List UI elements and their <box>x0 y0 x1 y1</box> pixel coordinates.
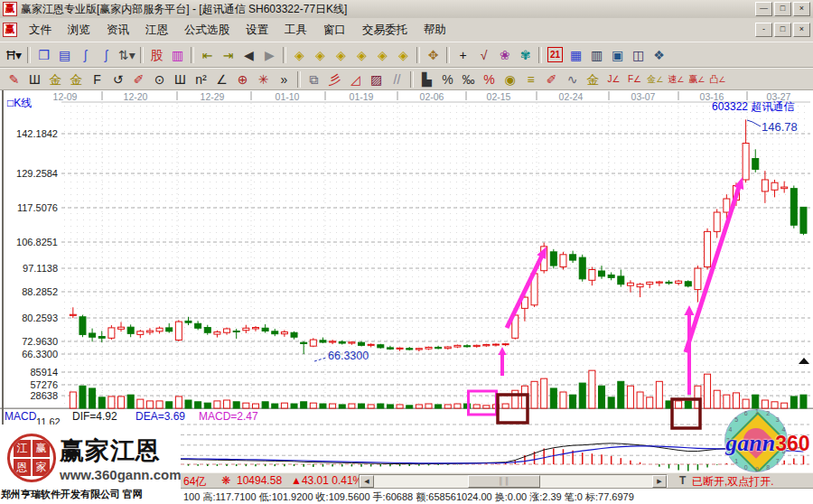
percent-red-icon[interactable]: % <box>479 70 500 89</box>
crosshair-icon[interactable]: + <box>453 45 473 65</box>
speed-line-icon[interactable]: 速∠ <box>666 70 687 89</box>
fractal-icon[interactable]: ✾ <box>515 45 536 65</box>
scroll-thumb[interactable]: ║║ <box>468 475 540 488</box>
comb2-icon[interactable]: Ш <box>170 70 191 89</box>
percent-frame-icon[interactable]: % <box>437 70 458 89</box>
menu-浏览[interactable]: 浏览 <box>60 23 98 38</box>
paint-bars-icon[interactable]: ▥ <box>167 45 188 65</box>
gann-compress-v-icon[interactable]: ◈ <box>393 45 414 65</box>
cycle-dropdown[interactable]: ⇅▾ <box>117 45 137 65</box>
comb-icon[interactable]: Ш <box>24 70 45 89</box>
angle-icon[interactable]: ∠ <box>211 70 232 89</box>
gann360-text: gann <box>725 430 775 456</box>
gold-levels-icon[interactable]: ≡ <box>520 70 541 89</box>
gold-grid-b-icon[interactable]: 金 <box>66 70 87 89</box>
rocket-pen-icon[interactable]: ✐ <box>128 70 149 89</box>
gann-box-icon[interactable]: ❀ <box>494 45 515 65</box>
first-page-icon[interactable]: ⇤ <box>197 45 218 65</box>
time-circle-icon[interactable]: ⊙ <box>149 70 170 89</box>
monitor-icon[interactable]: ▣ <box>607 45 628 65</box>
menu-logo-icon: 赢 <box>3 23 17 37</box>
menu-江恩[interactable]: 江恩 <box>137 23 176 38</box>
gann360-rim-digit: 5 <box>734 416 738 423</box>
shade-grid-icon[interactable]: ▨ <box>366 70 387 89</box>
save-media-icon[interactable]: ◫ <box>628 45 649 65</box>
box-frame-icon[interactable]: ⧉ <box>304 70 324 89</box>
menu-工具[interactable]: 工具 <box>276 23 315 38</box>
scroll-right-button[interactable]: ▶ <box>652 475 667 488</box>
report-icon[interactable]: ▤ <box>54 45 75 65</box>
macd-pane-title: MACD <box>5 410 36 423</box>
window-maximize-button[interactable]: □ <box>774 2 791 16</box>
high-price-label: 146.78 <box>762 120 798 134</box>
wave-b-icon[interactable]: ʃ <box>96 45 117 65</box>
menu-资讯[interactable]: 资讯 <box>98 23 137 38</box>
menu-公式选股[interactable]: 公式选股 <box>176 23 238 38</box>
menu-窗口[interactable]: 窗口 <box>315 23 354 38</box>
gann360-rim-digit: 3 <box>776 416 780 423</box>
star-burst-icon[interactable]: ✳ <box>253 70 274 89</box>
f-line-icon[interactable]: F∠ <box>624 70 645 89</box>
gann-compress-h-icon[interactable]: ◈ <box>351 45 372 65</box>
scroll-left-button[interactable]: ◀ <box>360 475 374 488</box>
rays-icon[interactable]: 彡 <box>324 70 345 89</box>
wave-line-icon[interactable]: ∿ <box>562 70 583 89</box>
stock-pick-icon[interactable]: 股 <box>146 45 167 65</box>
prev-page-icon[interactable]: ◀ <box>238 45 259 65</box>
child-maximize-button[interactable]: □ <box>774 23 791 37</box>
tu-line-icon[interactable]: 凸∠ <box>707 70 728 89</box>
more-tools-button[interactable]: » <box>274 70 294 89</box>
next-page-icon[interactable]: ▶ <box>259 45 280 65</box>
gann-expand-h-icon[interactable]: ◈ <box>331 45 351 65</box>
child-minimize-button[interactable]: - <box>755 23 772 37</box>
calendar-icon[interactable]: 21 <box>545 45 565 65</box>
sz-index-icon: ❋ <box>221 474 230 487</box>
window-minimize-button[interactable]: — <box>755 2 772 16</box>
kline-toggle[interactable]: □K线 <box>7 96 32 111</box>
order-cart-icon[interactable]: ❖ <box>649 45 669 65</box>
wave-a-icon[interactable]: ʃ <box>75 45 96 65</box>
measure-icon[interactable]: √ <box>473 45 494 65</box>
compass-icon[interactable]: ⊕ <box>232 70 253 89</box>
gann-toolbar: ✎Ш金金F↺✐⊙Шn²∠⊕✳»⧉彡◿▨//▙%‰%◉≡✐∿金J∠F∠金∠速∠赢∠… <box>0 68 813 90</box>
app-window: 赢 赢家江恩专业版[赢家内部服务平台] - [超讯通信 SH603322-77日… <box>0 0 813 504</box>
date-axis-label: 02-15 <box>487 91 511 102</box>
menu-文件[interactable]: 文件 <box>21 23 60 38</box>
parallel-icon[interactable]: // <box>387 70 407 89</box>
toolbar-separator <box>410 71 414 88</box>
child-close-button[interactable]: × <box>793 23 810 37</box>
toolbar-separator <box>191 47 194 63</box>
menu-帮助[interactable]: 帮助 <box>416 23 454 38</box>
market-window-icon[interactable]: ❒ <box>33 45 54 65</box>
hand-tool-icon[interactable]: ✥ <box>423 45 444 65</box>
j-line-icon[interactable]: J∠ <box>603 70 624 89</box>
menu-交易委托[interactable]: 交易委托 <box>354 23 416 38</box>
menu-设置[interactable]: 设置 <box>238 23 276 38</box>
last-page-icon[interactable]: ⇥ <box>218 45 238 65</box>
seal-char: 家 <box>33 459 50 476</box>
horizontal-scrollbar[interactable]: ◀ ║║ ▶ <box>359 474 668 489</box>
f-grid-icon[interactable]: F <box>87 70 107 89</box>
gold-line2-icon[interactable]: 金∠ <box>645 70 666 89</box>
gann-expand-v-icon[interactable]: ◈ <box>372 45 393 65</box>
gann-zoom-in-icon[interactable]: ◈ <box>310 45 331 65</box>
gann-zoom-out-icon[interactable]: ◈ <box>289 45 310 65</box>
n2-icon[interactable]: n² <box>191 70 211 89</box>
fan-icon[interactable]: ◿ <box>345 70 366 89</box>
draw-pen-icon[interactable]: ✎ <box>4 70 24 89</box>
calculator-icon[interactable]: ▦ <box>565 45 586 65</box>
window-close-button[interactable]: × <box>793 2 810 16</box>
period-dropdown[interactable]: Ħ▾ <box>4 45 24 65</box>
ruler-icon[interactable]: ▙ <box>416 70 437 89</box>
win-line-icon[interactable]: 赢∠ <box>687 70 707 89</box>
permille-icon[interactable]: ‰ <box>458 70 479 89</box>
spiral-icon[interactable]: ↺ <box>107 70 128 89</box>
gold-circle-icon[interactable]: ◉ <box>500 70 520 89</box>
notes-icon[interactable]: ▥ <box>586 45 607 65</box>
gold-angle-icon[interactable]: 金 <box>583 70 603 89</box>
volume-axis-label: 28638 <box>2 390 58 401</box>
brush2-icon[interactable]: ✐ <box>541 70 562 89</box>
gann360-logo: 1234567890123456 gann360 <box>723 408 813 472</box>
gold-grid-a-icon[interactable]: 金 <box>45 70 66 89</box>
price-axis-label: 80.2593 <box>2 313 58 323</box>
